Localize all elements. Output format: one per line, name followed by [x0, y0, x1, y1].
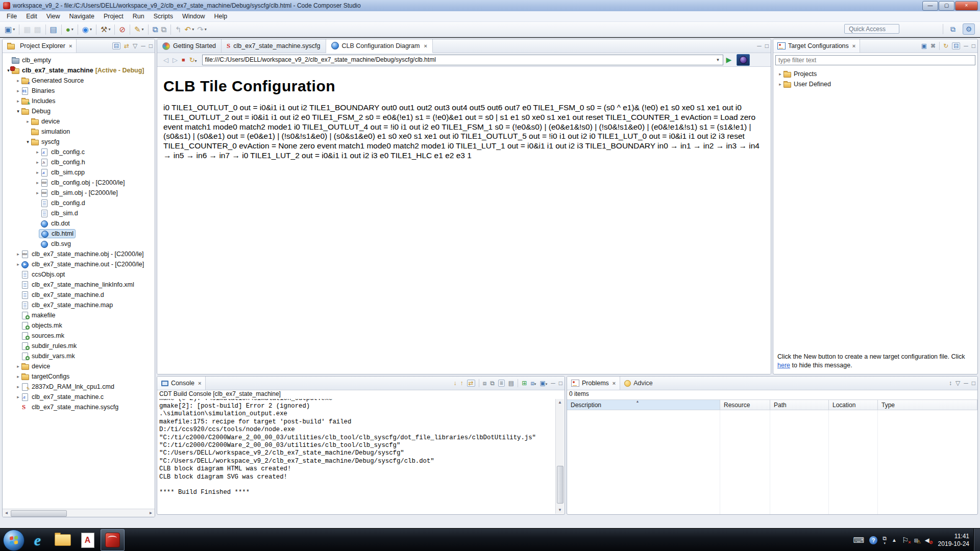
expand-arrow-icon[interactable]: ▸	[15, 98, 21, 104]
debug-button[interactable]: ◉▾	[82, 25, 92, 34]
view-menu-icon[interactable]: ▽	[955, 380, 960, 386]
minimize-icon[interactable]: ─	[757, 43, 762, 49]
hide-message-link[interactable]: here	[777, 362, 790, 369]
column-header-location[interactable]: Location	[829, 399, 878, 410]
go-button[interactable]: ▶	[726, 56, 732, 64]
scroll-lock-icon[interactable]: ⧉	[490, 380, 495, 386]
tree-item-clb-sim-obj-c2000-le-[interactable]: ▸010clb_sim.obj - [C2000/le]	[3, 188, 155, 198]
tree-item-clb-ex7-state-machine-map[interactable]: clb_ex7_state_machine.map	[3, 300, 155, 310]
menu-help[interactable]: Help	[209, 11, 232, 21]
tree-item-generated-source[interactable]: ▸cGenerated Source	[3, 76, 155, 86]
expand-arrow-icon[interactable]: ▸	[15, 78, 21, 83]
close-icon[interactable]: ×	[198, 380, 201, 386]
tree-item-device[interactable]: ▸device	[3, 361, 155, 371]
taskbar-windows-explorer[interactable]	[51, 529, 75, 551]
expand-arrow-icon[interactable]: ▸	[35, 160, 40, 165]
refresh-icon[interactable]: ↻▾	[189, 56, 197, 64]
close-icon[interactable]: ×	[424, 43, 427, 49]
close-icon[interactable]: ×	[612, 380, 616, 386]
maximize-icon[interactable]: □	[972, 43, 975, 49]
tab-target-configurations[interactable]: Target Configurations ×	[773, 39, 860, 53]
maximize-button[interactable]: ▢	[939, 1, 954, 11]
close-icon[interactable]: ×	[69, 43, 72, 49]
tree-item-subdir-vars-mk[interactable]: subdir_vars.mk	[3, 351, 155, 361]
filter-input[interactable]	[775, 55, 975, 65]
tree-item-binaries[interactable]: ▸01Binaries	[3, 86, 155, 96]
last-edit-button[interactable]: ↰	[175, 25, 182, 34]
tree-item-debug[interactable]: ▾Debug	[3, 106, 155, 116]
menu-edit[interactable]: Edit	[21, 11, 42, 21]
taskbar-code-composer-studio[interactable]	[101, 529, 125, 551]
chevron-down-icon[interactable]: ▾	[108, 27, 110, 32]
network-icon[interactable]: ⧈⚠	[914, 537, 918, 543]
url-dropdown-icon[interactable]: ▼	[716, 58, 720, 62]
tab-advice[interactable]: Advice	[620, 377, 657, 390]
expand-arrow-icon[interactable]: ▸	[777, 82, 783, 87]
minimize-icon[interactable]: ─	[964, 380, 968, 386]
tree-item-clb-html[interactable]: clb.html	[3, 229, 155, 239]
scroll-up-icon[interactable]: ▲	[556, 399, 564, 406]
tree-item-clb-ex7-state-machine-d[interactable]: clb_ex7_state_machine.d	[3, 290, 155, 300]
menu-view[interactable]: View	[42, 11, 65, 21]
scrollbar-thumb[interactable]	[11, 510, 67, 517]
editor-tab-clb-ex7-state-machine-syscfg[interactable]: Sclb_ex7_state_machine.syscfg	[222, 39, 326, 53]
column-header-type[interactable]: Type	[878, 399, 977, 410]
column-header-description[interactable]: Description▲	[567, 399, 720, 410]
minimize-icon[interactable]: ─	[141, 43, 145, 49]
taskbar-internet-explorer[interactable]: e	[26, 529, 50, 551]
restore-window-icon[interactable]: ⧉▾	[883, 536, 887, 545]
tree-item-clb-ex7-state-machine-out-c2000-le-[interactable]: ▸clb_ex7_state_machine.out - [C2000/le]	[3, 259, 155, 269]
collapse-all-icon[interactable]: ⊟	[112, 42, 120, 49]
tab-project-explorer[interactable]: Project Explorer ×	[3, 39, 77, 53]
expand-arrow-icon[interactable]: ▸	[15, 394, 21, 399]
show-hidden-icons[interactable]: ▲	[892, 538, 897, 543]
view-menu-icon[interactable]: ▽	[133, 43, 137, 49]
column-header-path[interactable]: Path	[770, 399, 829, 410]
menu-project[interactable]: Project	[99, 11, 128, 21]
build-button[interactable]: ⚒▾	[101, 25, 110, 34]
chevron-down-icon[interactable]: ▾	[90, 27, 92, 32]
minimize-icon[interactable]: ─	[964, 43, 968, 49]
expand-arrow-icon[interactable]: ▸	[35, 190, 40, 195]
tree-item-clb-dot[interactable]: clb.dot	[3, 218, 155, 229]
refresh-icon[interactable]: ↻	[943, 43, 948, 49]
clear-console-icon[interactable]: ▤	[508, 380, 514, 386]
new-button[interactable]: ▣▾	[5, 25, 15, 34]
tree-item-includes[interactable]: ▸hIncludes	[3, 96, 155, 106]
menu-run[interactable]: Run	[128, 11, 149, 21]
tree-item-targetconfigs[interactable]: ▸targetConfigs	[3, 371, 155, 382]
tree-item-simulation[interactable]: simulation	[3, 127, 155, 137]
show-desktop-button[interactable]	[973, 529, 980, 551]
expand-arrow-icon[interactable]: ▸	[15, 374, 21, 379]
expand-arrow-icon[interactable]: ▸	[35, 170, 40, 175]
expand-arrow-icon[interactable]: ▸	[35, 180, 40, 185]
tree-item-makefile[interactable]: makefile	[3, 310, 155, 320]
editor-tab-clb-configuration-diagram[interactable]: CLB Configuration Diagram×	[326, 39, 433, 53]
tab-console[interactable]: Console ×	[157, 377, 206, 390]
tree-item-clb-config-h[interactable]: ▸.hclb_config.h	[3, 157, 155, 167]
word-wrap-icon[interactable]: ≡	[498, 380, 505, 387]
collapse-all-icon[interactable]: ⊟	[952, 42, 960, 49]
save-button[interactable]: ▦	[23, 25, 31, 34]
url-input[interactable]	[202, 55, 723, 65]
next-error-icon[interactable]: ↓	[454, 380, 457, 386]
scrollbar-thumb[interactable]	[557, 466, 564, 504]
keyboard-layout-icon[interactable]: ⌨	[853, 536, 865, 544]
menu-file[interactable]: File	[2, 11, 21, 21]
help-icon[interactable]: ?	[869, 536, 877, 544]
expand-arrow-icon[interactable]: ▸	[777, 71, 783, 77]
menu-scripts[interactable]: Scripts	[149, 11, 178, 21]
tree-item-2837xd-ram-lnk-cpu1-cmd[interactable]: ▸✎2837xD_RAM_lnk_cpu1.cmd	[3, 382, 155, 392]
filter-icon[interactable]: ↕	[949, 380, 952, 386]
new-target-configuration-icon[interactable]: ▣	[921, 43, 927, 49]
close-icon[interactable]: ×	[852, 43, 855, 49]
back-icon[interactable]: ◁	[163, 56, 168, 64]
maximize-icon[interactable]: □	[972, 380, 975, 386]
chevron-down-icon[interactable]: ▾	[142, 27, 144, 32]
start-button[interactable]	[3, 530, 24, 551]
external-browser-button[interactable]	[737, 54, 750, 66]
expand-arrow-icon[interactable]: ▸	[35, 149, 40, 155]
tree-item-ccsobjs-opt[interactable]: ccsObjs.opt	[3, 269, 155, 280]
chevron-down-icon[interactable]: ▾	[205, 27, 207, 32]
tc-item-user-defined[interactable]: ▸User Defined	[774, 79, 976, 89]
